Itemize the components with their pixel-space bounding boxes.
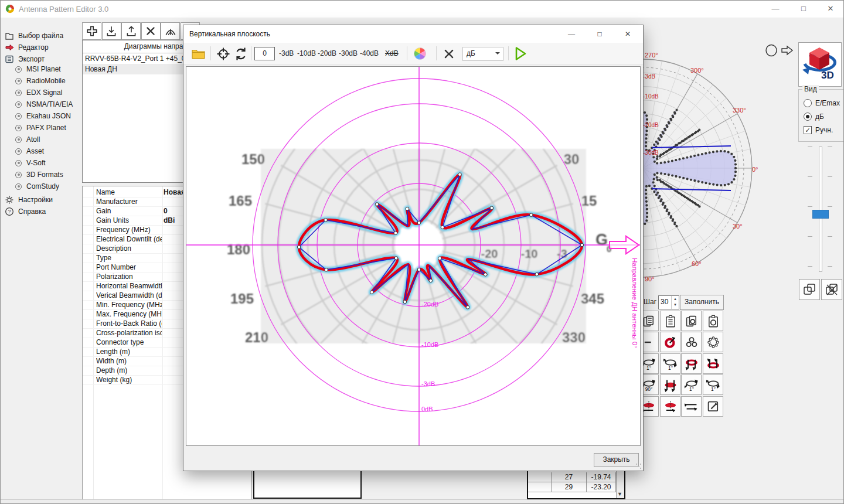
- horizontal-plane-chart[interactable]: 270°300°330°0°30°60°90°-3dB-10dB-20dB-30…: [636, 32, 812, 308]
- apply-button[interactable]: [514, 46, 528, 61]
- property-label: Width (m): [96, 356, 162, 366]
- sidebar-export-format[interactable]: V-Soft: [15, 158, 46, 168]
- rotate-ccw-1b-button[interactable]: 1°: [681, 374, 702, 395]
- import-button[interactable]: [102, 22, 121, 40]
- sidebar-export-format[interactable]: ComStudy: [15, 182, 59, 191]
- sidebar-item-gear[interactable]: Настройки: [5, 195, 53, 205]
- swap-arrows-button[interactable]: [681, 396, 702, 417]
- property-label: Gain Units: [96, 216, 162, 225]
- overlay-patterns-button[interactable]: [799, 279, 820, 300]
- table-cell[interactable]: [528, 472, 552, 482]
- export-icon: [5, 55, 14, 64]
- rotate-cw-1b-button[interactable]: 1°: [703, 374, 723, 395]
- fill-button[interactable]: Заполнить: [680, 295, 724, 310]
- refresh-button[interactable]: [234, 47, 248, 61]
- dialog-minimize-button[interactable]: —: [567, 29, 576, 39]
- table-cell[interactable]: 27: [552, 472, 587, 482]
- add-button[interactable]: [82, 22, 101, 40]
- dots-circle-button[interactable]: [703, 332, 723, 352]
- sidebar-item-1[interactable]: Выбор файла: [5, 30, 63, 41]
- edit-button[interactable]: [703, 396, 723, 417]
- sidebar-item-help[interactable]: ?Справка: [5, 206, 46, 217]
- sidebar-export-format[interactable]: RadioMobile: [15, 76, 66, 86]
- svg-text:330: 330: [562, 329, 586, 345]
- table-cell[interactable]: -23.20: [587, 482, 616, 492]
- table-scrollbar[interactable]: ▼: [616, 466, 624, 498]
- mirror-down-red-button[interactable]: [660, 374, 680, 395]
- tree-bullet-icon: [15, 90, 22, 96]
- svg-text:165: 165: [229, 193, 252, 209]
- control-point: [458, 173, 462, 176]
- window-close-button[interactable]: ✕: [817, 0, 844, 18]
- slider-tick: [808, 206, 812, 207]
- ellipse-icon[interactable]: [765, 43, 794, 57]
- paste-button[interactable]: [660, 311, 680, 331]
- sidebar-export-format[interactable]: Atoll: [15, 135, 40, 144]
- radio-db[interactable]: дБ: [804, 113, 824, 121]
- radio-e-emax[interactable]: E/Emax: [804, 99, 840, 107]
- step-spinner[interactable]: 30 ▲▼: [658, 295, 679, 309]
- sidebar-export-format[interactable]: Ekahau JSON: [15, 111, 71, 121]
- rotate-red-button[interactable]: [660, 332, 680, 352]
- sidebar-export-format[interactable]: Asset: [15, 147, 44, 156]
- level-input[interactable]: 0: [254, 47, 275, 60]
- scroll-down-icon[interactable]: ▼: [617, 491, 622, 497]
- control-point: [406, 207, 409, 210]
- export-button[interactable]: [121, 22, 141, 40]
- three-circles-button[interactable]: [681, 332, 702, 352]
- mirror-up-button[interactable]: [703, 353, 723, 374]
- clear-pattern-button[interactable]: [443, 47, 455, 60]
- level-button-10dB[interactable]: -10dB: [297, 49, 316, 57]
- dialog-titlebar: Вертикальная плоскость — □ ✕: [183, 25, 643, 43]
- table-cell[interactable]: [528, 482, 552, 492]
- rotate-cw-1-button[interactable]: 1°: [660, 353, 680, 374]
- table-cell[interactable]: 29: [552, 482, 587, 492]
- control-point: [484, 273, 487, 277]
- resize-grip[interactable]: [635, 463, 641, 469]
- mirror-down-button[interactable]: [681, 353, 702, 374]
- level-button-3dB[interactable]: -3dB: [279, 49, 294, 57]
- level-button-30dB[interactable]: -30dB: [339, 49, 358, 57]
- svg-text:15: 15: [581, 193, 597, 209]
- sidebar-item-3[interactable]: Экспорт: [5, 54, 45, 64]
- center-target-button[interactable]: [216, 47, 230, 61]
- svg-text:90°: 90°: [645, 386, 652, 391]
- paste-shape-button[interactable]: [703, 311, 723, 331]
- open-file-button[interactable]: [191, 47, 206, 60]
- sidebar-export-format[interactable]: PAFX Planet: [15, 123, 66, 132]
- copy-shape-button[interactable]: [681, 311, 702, 331]
- window-minimize-button[interactable]: —: [762, 0, 789, 18]
- property-label: Front-to-Back Ratio (dB): [96, 319, 162, 328]
- property-label: Manufacturer: [96, 197, 162, 206]
- view-3d-button[interactable]: 3D: [798, 42, 842, 87]
- level-button-40dB[interactable]: -40dB: [360, 49, 379, 57]
- window-maximize-button[interactable]: □: [790, 0, 817, 18]
- level-button-20dB[interactable]: -20dB: [318, 49, 336, 57]
- level-button-XdB[interactable]: XdB: [385, 49, 399, 57]
- close-dialog-button[interactable]: Закрыть: [594, 453, 639, 467]
- zoom-slider-handle[interactable]: [812, 210, 829, 219]
- sidebar-export-format[interactable]: NSMA/TIA/EIA: [15, 100, 73, 109]
- sidebar-export-format[interactable]: 3D Formats: [15, 170, 63, 179]
- delete-button[interactable]: [141, 22, 161, 40]
- checkbox-manual[interactable]: ✓ Ручн.: [804, 126, 833, 134]
- table-cell[interactable]: -19.74: [587, 472, 616, 482]
- clear-overlay-button[interactable]: [821, 279, 842, 300]
- tree-bullet-icon: [15, 113, 22, 120]
- spinner-arrows-icon[interactable]: ▲▼: [671, 296, 679, 309]
- shift-right-button[interactable]: [660, 396, 680, 417]
- slider-tick: [828, 147, 832, 147]
- dialog-close-button[interactable]: ✕: [623, 29, 632, 39]
- dialog-maximize-button[interactable]: □: [595, 29, 604, 39]
- control-point: [490, 206, 494, 210]
- antenna-button[interactable]: [161, 22, 180, 40]
- three-d-label: 3D: [821, 70, 834, 81]
- arrow-right-icon: [782, 46, 792, 55]
- sidebar-item-2[interactable]: Редактор: [5, 42, 49, 53]
- zoom-slider-track[interactable]: [819, 147, 822, 272]
- color-picker-button[interactable]: [413, 46, 427, 61]
- sidebar-export-format[interactable]: EDX Signal: [15, 88, 62, 97]
- sidebar-export-format[interactable]: MSI Planet: [15, 64, 61, 74]
- polar-chart-canvas[interactable]: 1501651801952103015345330-20-10-3G0-20dB…: [186, 66, 641, 446]
- units-combobox[interactable]: дБ: [462, 47, 503, 61]
